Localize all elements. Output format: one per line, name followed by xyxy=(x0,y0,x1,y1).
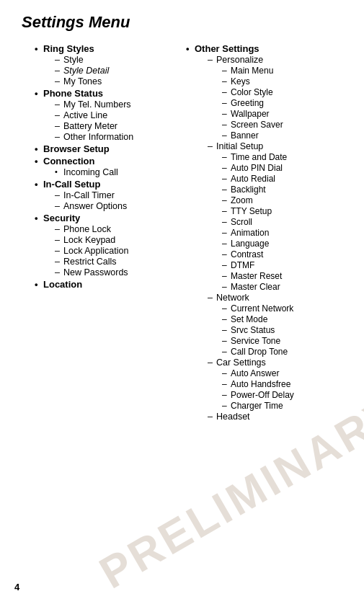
list-item: Banner xyxy=(180,130,350,141)
list-item: DTMF xyxy=(180,260,350,270)
page-number: 4 xyxy=(14,582,19,592)
list-item: Power-Off Delay xyxy=(180,390,350,400)
section-location: Location xyxy=(14,279,180,290)
list-item: Current Network xyxy=(180,303,350,314)
left-menu-list: Ring Styles Style Style Detail My Tones xyxy=(14,43,180,290)
list-item: In-Call Setup In-Call Timer Answer Optio… xyxy=(14,179,180,211)
list-item: My Tones xyxy=(14,76,180,86)
list-item: Contrast xyxy=(180,249,350,259)
list-item: Style Detail xyxy=(14,66,180,76)
list-item: Car Settings xyxy=(180,357,350,368)
list-item: Phone Status My Tel. Numbers Active Line… xyxy=(14,88,180,142)
list-item: Phone Lock xyxy=(14,224,180,234)
content-columns: Ring Styles Style Style Detail My Tones xyxy=(14,43,350,423)
list-item: Initial Setup xyxy=(180,141,350,151)
section-other-settings: Other Settings xyxy=(180,43,350,54)
section-connection: Connection xyxy=(14,156,180,166)
list-item: Network xyxy=(180,293,350,303)
list-item: Zoom xyxy=(180,195,350,205)
list-item: Lock Application xyxy=(14,246,180,256)
list-item: Set Mode xyxy=(180,314,350,324)
list-item: Main Menu xyxy=(180,66,350,76)
list-item: Service Tone xyxy=(180,336,350,346)
list-item: Personalize xyxy=(180,55,350,65)
list-item: Headset xyxy=(180,412,350,422)
list-item: Color Style xyxy=(180,87,350,97)
list-item: Auto Answer xyxy=(180,368,350,378)
list-item: Location xyxy=(14,279,180,290)
list-item: Active Line xyxy=(14,110,180,120)
list-item: Auto Redial xyxy=(180,174,350,184)
list-item: Greeting xyxy=(180,98,350,108)
list-item: Scroll xyxy=(180,217,350,227)
list-item: Connection Incoming Call xyxy=(14,156,180,177)
page-title: Settings Menu xyxy=(14,13,350,32)
list-item: Screen Saver xyxy=(180,120,350,130)
right-column: Other Settings Personalize Main Menu Key… xyxy=(180,43,350,423)
section-ring-styles: Ring Styles xyxy=(14,43,180,54)
list-item: Ring Styles Style Style Detail My Tones xyxy=(14,43,180,86)
list-item: Master Reset xyxy=(180,271,350,281)
list-item: Auto PIN Dial xyxy=(180,163,350,173)
list-item: Charger Time xyxy=(180,401,350,411)
list-item: TTY Setup xyxy=(180,206,350,216)
section-browser-setup: Browser Setup xyxy=(14,143,180,154)
list-item: Style xyxy=(14,55,180,65)
list-item: Srvc Status xyxy=(180,325,350,335)
list-item: Other Settings Personalize Main Menu Key… xyxy=(180,43,350,422)
list-item: My Tel. Numbers xyxy=(14,99,180,110)
list-item: Incoming Call xyxy=(14,167,180,177)
section-phone-status: Phone Status xyxy=(14,88,180,99)
list-item: Backlight xyxy=(180,185,350,195)
list-item: New Passwords xyxy=(14,267,180,277)
list-item: Master Clear xyxy=(180,282,350,292)
section-security: Security xyxy=(14,213,180,223)
list-item: Restrict Calls xyxy=(14,257,180,267)
list-item: In-Call Timer xyxy=(14,190,180,200)
list-item: Other Information xyxy=(14,132,180,142)
list-item: Auto Handsfree xyxy=(180,379,350,389)
list-item: Security Phone Lock Lock Keypad Lock App… xyxy=(14,213,180,277)
section-incall-setup: In-Call Setup xyxy=(14,179,180,190)
list-item: Lock Keypad xyxy=(14,235,180,245)
right-menu-list: Other Settings Personalize Main Menu Key… xyxy=(180,43,350,422)
list-item: Battery Meter xyxy=(14,121,180,131)
list-item: Animation xyxy=(180,228,350,238)
left-column: Ring Styles Style Style Detail My Tones xyxy=(14,43,180,291)
list-item: Browser Setup xyxy=(14,143,180,154)
list-item: Wallpaper xyxy=(180,109,350,119)
list-item: Time and Date xyxy=(180,152,350,162)
list-item: Keys xyxy=(180,76,350,86)
list-item: Language xyxy=(180,239,350,249)
list-item: Call Drop Tone xyxy=(180,347,350,357)
page-container: Settings Menu Ring Styles Style Style De… xyxy=(0,0,364,604)
list-item: Answer Options xyxy=(14,201,180,211)
